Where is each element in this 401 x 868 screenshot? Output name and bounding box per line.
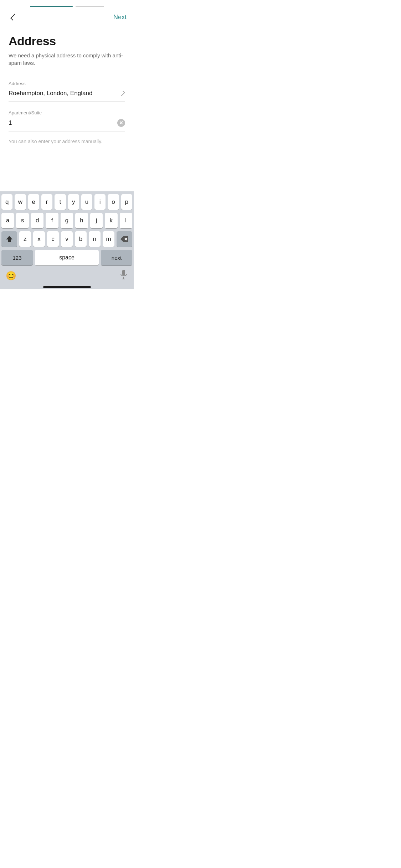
key-h[interactable]: h: [75, 213, 88, 228]
apartment-field[interactable]: Apartment/Suite ✕: [9, 110, 125, 131]
next-button[interactable]: Next: [113, 12, 127, 22]
key-j[interactable]: j: [90, 213, 103, 228]
key-k[interactable]: k: [105, 213, 117, 228]
key-next-label: next: [112, 255, 122, 261]
clear-button[interactable]: ✕: [117, 119, 125, 127]
manual-hint: You can also enter your address manually…: [9, 139, 125, 144]
key-y[interactable]: y: [68, 194, 79, 210]
chevron-left-icon: [10, 14, 17, 21]
key-f[interactable]: f: [46, 213, 58, 228]
chevron-right-icon: [119, 91, 125, 96]
key-d[interactable]: d: [31, 213, 43, 228]
key-c[interactable]: c: [47, 231, 59, 247]
mic-button[interactable]: [119, 270, 128, 282]
key-i[interactable]: i: [94, 194, 106, 210]
keyboard: q w e r t y u i o p a s d f g h j k l: [0, 191, 134, 289]
apartment-input[interactable]: [9, 119, 117, 126]
keyboard-row-1: q w e r t y u i o p: [1, 194, 132, 210]
keyboard-row-2: a s d f g h j k l: [1, 213, 132, 228]
progress-indicator: [0, 0, 134, 7]
main-content: Address We need a physical address to co…: [0, 26, 134, 191]
key-p[interactable]: p: [121, 194, 132, 210]
key-o[interactable]: o: [108, 194, 119, 210]
shift-icon: [6, 236, 12, 243]
key-m[interactable]: m: [103, 231, 114, 247]
key-123-label: 123: [12, 255, 21, 261]
key-e[interactable]: e: [28, 194, 39, 210]
nav-bar: Next: [0, 7, 134, 26]
key-l[interactable]: l: [120, 213, 132, 228]
apartment-row: ✕: [9, 117, 125, 131]
page-subtitle: We need a physical address to comply wit…: [9, 52, 125, 67]
key-s[interactable]: s: [16, 213, 29, 228]
keyboard-bottom-row: 123 space next: [1, 250, 132, 265]
key-x[interactable]: x: [33, 231, 45, 247]
address-label: Address: [9, 81, 125, 86]
delete-icon: [120, 236, 128, 242]
key-space-label: space: [59, 254, 74, 261]
key-next[interactable]: next: [101, 250, 132, 265]
delete-key[interactable]: [117, 231, 132, 247]
emoji-button[interactable]: 😊: [6, 271, 16, 281]
key-u[interactable]: u: [81, 194, 92, 210]
key-space[interactable]: space: [35, 250, 99, 265]
home-indicator: [43, 286, 91, 288]
keyboard-row-3: z x c v b n m: [1, 231, 132, 247]
key-r[interactable]: r: [41, 194, 52, 210]
key-z[interactable]: z: [19, 231, 31, 247]
mic-icon: [119, 270, 128, 280]
key-b[interactable]: b: [75, 231, 87, 247]
emoji-mic-row: 😊: [1, 268, 132, 285]
key-t[interactable]: t: [55, 194, 66, 210]
shift-key[interactable]: [1, 231, 17, 247]
page-title: Address: [9, 34, 125, 48]
key-g[interactable]: g: [61, 213, 73, 228]
back-button[interactable]: [7, 11, 19, 23]
key-a[interactable]: a: [1, 213, 14, 228]
apartment-label: Apartment/Suite: [9, 110, 125, 115]
clear-icon: ✕: [119, 120, 123, 125]
svg-rect-3: [122, 270, 125, 275]
svg-marker-0: [6, 236, 12, 242]
key-123[interactable]: 123: [1, 250, 33, 265]
key-v[interactable]: v: [61, 231, 73, 247]
key-w[interactable]: w: [15, 194, 26, 210]
key-q[interactable]: q: [1, 194, 12, 210]
address-field[interactable]: Address Roehampton, London, England: [9, 81, 125, 102]
key-n[interactable]: n: [89, 231, 101, 247]
address-value: Roehampton, London, England: [9, 90, 92, 97]
address-row[interactable]: Roehampton, London, England: [9, 88, 125, 102]
